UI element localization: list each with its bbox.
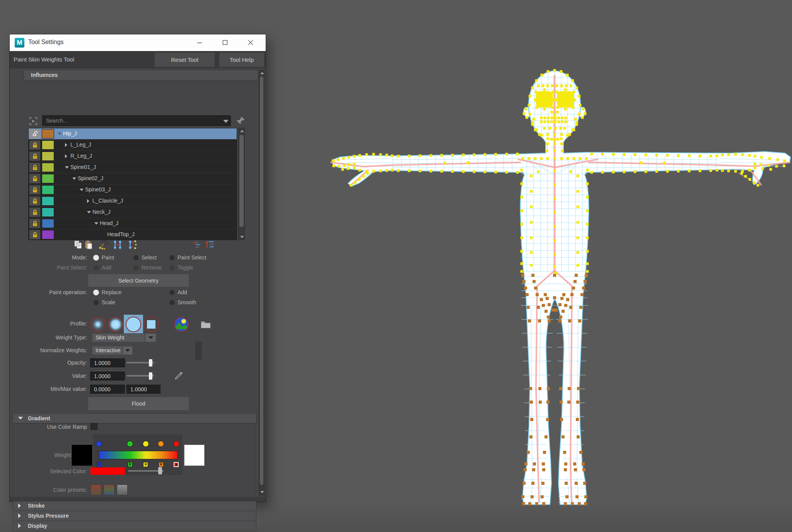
ramp-stop-handle-4[interactable]	[173, 441, 179, 447]
influence-row-L_Clavicle_J[interactable]: L_Clavicle_J	[29, 196, 237, 207]
weight-color-high-swatch[interactable]	[184, 445, 205, 466]
solid-brush[interactable]	[126, 317, 141, 332]
ramp-stop-delete-2[interactable]: ×	[143, 462, 148, 467]
ramp-stop-delete-1[interactable]: ×	[128, 462, 133, 467]
select-geometry-button[interactable]: Select Geometry	[88, 274, 189, 287]
tree-collapsed-icon[interactable]	[65, 154, 67, 158]
selected-color-slider-handle[interactable]	[158, 467, 162, 474]
settings-scrollbar[interactable]	[259, 70, 265, 495]
weight-type-dropdown[interactable]: Skin Weight	[92, 333, 145, 342]
influence-color-swatch[interactable]	[42, 196, 54, 206]
tree-expanded-icon[interactable]	[58, 133, 61, 135]
tree-collapsed-icon[interactable]	[87, 199, 89, 203]
mode-option-select[interactable]: Select	[133, 253, 157, 262]
influence-row-Spine03_J[interactable]: Spine03_J	[29, 184, 237, 196]
tree-expanded-icon[interactable]	[87, 211, 91, 213]
opacity-field[interactable]	[90, 358, 125, 367]
flood-button[interactable]: Flood	[88, 397, 189, 410]
tree-expanded-icon[interactable]	[72, 177, 76, 180]
scroll-up-icon[interactable]	[260, 72, 264, 74]
influence-color-swatch[interactable]	[42, 174, 54, 183]
display-section-header[interactable]: Display	[13, 521, 256, 531]
minimize-button[interactable]	[191, 34, 208, 51]
opacity-slider-handle[interactable]	[149, 359, 152, 367]
selection-marquee-icon[interactable]	[29, 117, 38, 125]
weight-type-dropdown-arrow[interactable]	[145, 333, 156, 342]
influence-row-R_Leg_J[interactable]: R_Leg_J	[29, 151, 237, 162]
weight-color-low-swatch[interactable]	[72, 445, 92, 466]
ramp-stop-delete-4[interactable]: ×	[174, 462, 179, 467]
scroll-down-icon[interactable]	[240, 236, 244, 238]
scroll-up-icon[interactable]	[240, 130, 244, 132]
influence-row-Neck_J[interactable]: Neck_J	[29, 207, 237, 218]
mode-option-paint[interactable]: Paint	[93, 253, 114, 262]
tool-help-button[interactable]: Tool Help	[219, 53, 264, 67]
close-button[interactable]	[242, 34, 259, 51]
copy-weights-icon[interactable]	[73, 240, 83, 250]
lock-toggle[interactable]	[29, 219, 40, 228]
paint-operation-option-smooth[interactable]: Smooth	[169, 298, 196, 307]
ramp-stop-handle-2[interactable]	[143, 441, 149, 447]
pin-influence-icon[interactable]	[236, 116, 246, 126]
gaussian-brush[interactable]	[90, 317, 106, 332]
influence-row-Head_J[interactable]: Head_J	[29, 218, 237, 229]
paint-select-option-add[interactable]: Add	[93, 263, 111, 272]
lock-toggle[interactable]	[29, 208, 40, 217]
influence-color-swatch[interactable]	[42, 219, 54, 228]
normalize-weights-dropdown-arrow[interactable]	[123, 346, 133, 355]
influences-section-header[interactable]: Influences	[24, 70, 258, 80]
paint-select-option-toggle[interactable]: Toggle	[169, 263, 193, 272]
paint-operation-option-add[interactable]: Add	[169, 288, 187, 297]
stroke-section-header[interactable]: Stroke	[13, 501, 256, 511]
influence-color-swatch[interactable]	[42, 152, 54, 161]
value-slider-handle[interactable]	[149, 372, 152, 380]
ramp-stop-handle-3[interactable]	[158, 441, 164, 447]
influence-row-Hip_J[interactable]: Hip_J	[29, 128, 237, 140]
color-preset-0[interactable]	[90, 484, 101, 495]
square-brush[interactable]	[143, 317, 159, 332]
influence-row-Spine01_J[interactable]: Spine01_J	[29, 162, 237, 173]
gradient-section-header[interactable]: Gradient	[13, 413, 256, 424]
paint-select-option-remove[interactable]: Remove	[133, 263, 162, 272]
lock-toggle[interactable]	[29, 185, 40, 194]
lock-toggle[interactable]	[29, 230, 40, 239]
influence-color-swatch[interactable]	[42, 208, 54, 217]
move-weights-target-icon[interactable]	[127, 240, 137, 250]
browse-folder-icon[interactable]	[200, 320, 212, 329]
lock-toggle[interactable]	[29, 140, 40, 150]
soft-brush[interactable]	[108, 317, 123, 332]
stylus-pressure-section-header[interactable]: Stylus Pressure	[13, 511, 256, 521]
influence-row-Spine02_J[interactable]: Spine02_J	[29, 173, 237, 184]
tree-expanded-icon[interactable]	[80, 189, 84, 191]
mode-option-paint-select[interactable]: Paint Select	[169, 253, 207, 262]
influence-color-swatch[interactable]	[42, 185, 54, 194]
tree-expanded-icon[interactable]	[65, 166, 69, 169]
ramp-stop-delete-0[interactable]: ×	[97, 462, 102, 467]
color-preset-2[interactable]	[117, 484, 128, 495]
sort-influences-flat-icon[interactable]	[192, 240, 202, 250]
influence-color-swatch[interactable]	[42, 129, 54, 138]
scrollbar-thumb[interactable]	[260, 77, 263, 485]
scrollbar-thumb[interactable]	[239, 135, 244, 227]
ramp-stop-handle-0[interactable]	[96, 441, 102, 447]
min-value-field[interactable]	[90, 385, 125, 394]
use-color-ramp-checkbox[interactable]	[90, 423, 97, 430]
value-field[interactable]	[90, 372, 125, 380]
tree-expanded-icon[interactable]	[94, 222, 98, 225]
max-value-field[interactable]	[126, 385, 160, 394]
influence-color-swatch[interactable]	[42, 163, 54, 172]
lock-toggle[interactable]	[29, 174, 40, 183]
sort-influences-hierarchy-icon[interactable]	[205, 240, 215, 250]
influence-color-swatch[interactable]	[42, 140, 54, 150]
normalize-weights-dropdown[interactable]: Interactive	[92, 346, 123, 355]
paint-operation-option-replace[interactable]: Replace	[93, 288, 121, 297]
move-weights-icon[interactable]	[113, 240, 123, 250]
scroll-down-icon[interactable]	[260, 491, 264, 493]
ramp-stop-delete-3[interactable]: ×	[159, 462, 164, 467]
paste-weights-icon[interactable]	[84, 240, 94, 250]
lock-toggle[interactable]	[29, 152, 40, 161]
image-brush[interactable]	[174, 317, 189, 332]
influence-row-L_Leg_J[interactable]: L_Leg_J	[29, 140, 237, 151]
joint-list-scrollbar[interactable]	[238, 128, 245, 240]
lock-toggle[interactable]	[29, 196, 40, 206]
